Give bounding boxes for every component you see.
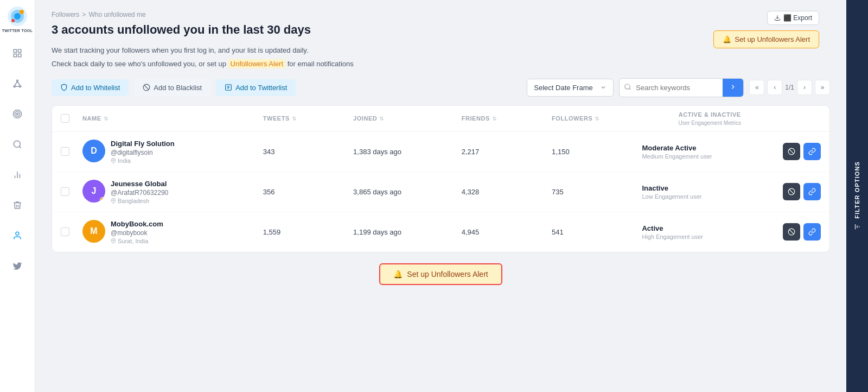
friends-value: 4,328 xyxy=(462,188,552,196)
tweets-value: 343 xyxy=(263,148,353,156)
add-to-whitelist-button[interactable]: Add to Whitelist xyxy=(52,79,129,96)
filter-sidebar[interactable]: FILTER OPTIONS xyxy=(846,0,868,392)
th-followers: FOLLOWERS ⇅ xyxy=(552,111,642,126)
status-label: Moderate Active xyxy=(642,144,777,152)
sort-friends-icon: ⇅ xyxy=(492,116,497,122)
link-button[interactable] xyxy=(803,143,821,160)
table-row: D Digital Fly Solution @digitalflysoin I… xyxy=(52,132,829,172)
page-prev-button[interactable]: ‹ xyxy=(767,80,782,95)
svg-point-9 xyxy=(17,80,18,81)
avatar: D xyxy=(82,140,105,162)
svg-point-39 xyxy=(113,240,114,242)
setup-alert-button-bottom[interactable]: 🔔 Set up Unfollowers Alert xyxy=(379,263,502,285)
user-handle: @mobybook xyxy=(111,229,163,237)
row-checkbox[interactable] xyxy=(61,227,69,236)
left-sidebar: TWITTER TOOL xyxy=(0,0,35,392)
status-sub: Low Engagement user xyxy=(642,193,777,200)
unfollowers-alert-link[interactable]: Unfollowers Alert xyxy=(228,59,286,68)
row-actions xyxy=(777,143,821,160)
sidebar-item-twitter[interactable] xyxy=(8,256,27,276)
user-handle: @ArafatR70632290 xyxy=(111,189,168,197)
svg-line-38 xyxy=(789,189,794,194)
breadcrumb-parent[interactable]: Followers xyxy=(52,11,79,18)
svg-line-26 xyxy=(144,85,149,90)
page-last-button[interactable]: » xyxy=(815,80,830,95)
tweets-value: 1,559 xyxy=(263,228,353,236)
status-label: Inactive xyxy=(642,184,777,192)
alert-label-top: Set up Unfollowers Alert xyxy=(735,35,810,43)
sidebar-item-target[interactable] xyxy=(8,104,27,124)
user-info: J Jeunesse Global @ArafatR70632290 Bangl… xyxy=(82,180,263,204)
row-checkbox[interactable] xyxy=(61,187,69,196)
search-input[interactable] xyxy=(636,79,723,96)
info-pre: Check back daily to see who's unfollowed… xyxy=(52,60,226,68)
user-location: Surat, India xyxy=(111,238,163,244)
engagement-status: Moderate Active Medium Engagement user xyxy=(642,144,777,160)
user-location: Bangladesh xyxy=(111,198,168,204)
export-label: ⬛ Export xyxy=(783,14,812,22)
svg-point-2 xyxy=(14,13,21,20)
sidebar-item-trash[interactable] xyxy=(8,195,27,215)
svg-line-41 xyxy=(789,230,794,234)
user-details: MobyBook.com @mobybook Surat, India xyxy=(111,220,163,244)
link-button[interactable] xyxy=(803,223,821,241)
sidebar-item-chart[interactable] xyxy=(8,165,27,185)
alert-icon-bottom: 🔔 xyxy=(393,270,403,279)
engagement-status: Active High Engagement user xyxy=(642,224,777,240)
sidebar-item-grid[interactable] xyxy=(8,43,27,63)
table-row: J Jeunesse Global @ArafatR70632290 Bangl… xyxy=(52,172,829,212)
sort-joined-icon: ⇅ xyxy=(379,116,384,122)
search-go-button[interactable] xyxy=(723,79,743,97)
setup-alert-button-top[interactable]: 🔔 Set up Unfollowers Alert xyxy=(713,30,819,48)
page-first-button[interactable]: « xyxy=(749,80,764,95)
svg-line-19 xyxy=(19,146,21,148)
sidebar-item-nodes[interactable] xyxy=(8,74,27,93)
alert-label-bottom: Set up Unfollowers Alert xyxy=(407,270,488,279)
sidebar-item-search[interactable] xyxy=(8,135,27,154)
row-checkbox[interactable] xyxy=(61,147,69,156)
row-actions xyxy=(777,223,821,241)
link-button[interactable] xyxy=(803,183,821,200)
th-tweets: TWEETS ⇅ xyxy=(263,111,353,126)
svg-point-16 xyxy=(15,112,20,117)
svg-line-35 xyxy=(789,149,794,154)
user-info: M MobyBook.com @mobybook Surat, India xyxy=(82,220,263,244)
block-button[interactable] xyxy=(783,223,800,241)
sidebar-item-user[interactable] xyxy=(8,226,27,245)
friends-value: 2,217 xyxy=(462,148,552,156)
table-header: NAME ⇅ TWEETS ⇅ JOINED ⇅ FRIENDS ⇅ FOLLO… xyxy=(52,106,829,132)
th-active-inactive: ACTIVE & INACTIVE User Engagement Metric… xyxy=(642,111,777,126)
svg-line-13 xyxy=(17,81,20,86)
page-indicator: 1/1 xyxy=(785,84,794,91)
export-button[interactable]: ⬛ Export xyxy=(767,11,819,25)
user-details: Jeunesse Global @ArafatR70632290 Banglad… xyxy=(111,180,168,204)
breadcrumb-separator: > xyxy=(82,11,86,18)
page-next-button[interactable]: › xyxy=(797,80,812,95)
add-to-twitterlist-button[interactable]: Add to Twitterlist xyxy=(216,79,296,96)
add-to-blacklist-button[interactable]: Add to Blacklist xyxy=(134,79,210,96)
svg-point-36 xyxy=(113,200,114,201)
block-button[interactable] xyxy=(783,183,800,200)
avatar-badge xyxy=(100,197,105,203)
user-handle: @digitalflysoin xyxy=(111,149,175,156)
svg-point-4 xyxy=(11,19,15,22)
date-frame-label: Select Date Frame xyxy=(534,84,592,92)
date-frame-dropdown[interactable]: Select Date Frame xyxy=(527,79,614,97)
user-name: Jeunesse Global xyxy=(111,180,168,188)
info-line2: Check back daily to see who's unfollowed… xyxy=(52,59,830,70)
avatar: M xyxy=(82,220,105,243)
svg-rect-5 xyxy=(14,49,16,52)
svg-point-31 xyxy=(625,84,630,88)
block-button[interactable] xyxy=(783,143,800,160)
th-actions xyxy=(777,111,821,126)
select-all-checkbox[interactable] xyxy=(61,114,69,123)
avatar: J xyxy=(82,180,105,203)
joined-value: 3,865 days ago xyxy=(353,188,462,196)
bottom-alert-wrap: 🔔 Set up Unfollowers Alert xyxy=(52,252,830,301)
joined-value: 1,383 days ago xyxy=(353,148,462,156)
user-name: MobyBook.com xyxy=(111,220,163,228)
th-joined: JOINED ⇅ xyxy=(353,111,462,126)
twitterlist-label: Add to Twitterlist xyxy=(235,84,287,92)
breadcrumb-current: Who unfollowed me xyxy=(88,11,145,18)
th-name: NAME ⇅ xyxy=(82,111,263,126)
